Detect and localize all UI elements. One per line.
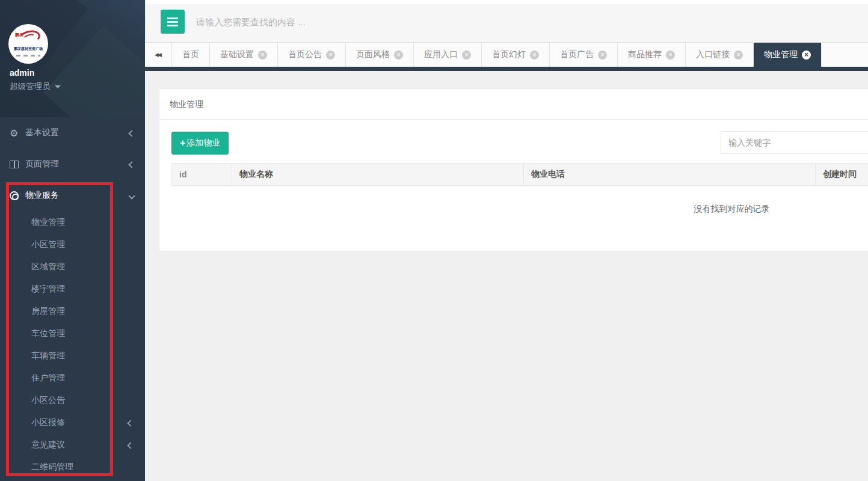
sidebar-subitem-feedback[interactable]: 意见建议 (0, 434, 145, 456)
active-tab-stripe (145, 67, 868, 71)
sidebar-item-basic-settings[interactable]: ⚙ 基本设置 (0, 117, 145, 149)
tab-label: 基础设置 (220, 49, 254, 60)
sidebar-subitem-building-management[interactable]: 楼宇管理 (0, 278, 145, 300)
keyword-search-input[interactable] (721, 131, 868, 154)
sidebar-subitem-community-notice[interactable]: 小区公告 (0, 389, 145, 411)
table-header-row: id 物业名称 物业电话 创建时间 (171, 163, 868, 186)
sidebar-submenu-property-service: 物业管理 小区管理 区域管理 楼宇管理 房屋管理 车位管理 车辆管理 住户管理 … (0, 211, 145, 478)
subitem-label: 区域管理 (31, 262, 65, 272)
tab-property-management[interactable]: 物业管理 (754, 43, 822, 67)
tab-label: 入口链接 (696, 49, 730, 60)
username: admin (10, 68, 34, 78)
panel-body: 添加物业 id 物业名称 物业电话 创建时间 没有找到对应的记录 (159, 120, 868, 252)
subitem-label: 小区公告 (31, 395, 65, 406)
company-logo: 鹏发 鹏发建材投资广场 (8, 24, 48, 64)
chevron-left-icon (129, 159, 134, 169)
tab-label: 页面风格 (356, 49, 390, 60)
subitem-label: 意见建议 (31, 440, 65, 450)
sidebar-item-page-management[interactable]: 页面管理 (0, 149, 145, 180)
gear-icon: ⚙ (10, 129, 25, 138)
life-ring-icon (10, 191, 25, 200)
sidebar-subitem-community-repair[interactable]: 小区报修 (0, 411, 145, 434)
tab-home[interactable]: 首页 (172, 43, 210, 67)
column-header-property-name[interactable]: 物业名称 (232, 164, 524, 185)
close-icon[interactable] (462, 51, 471, 60)
sidebar-menu: ⚙ 基本设置 页面管理 物业服务 物业管理 小区管理 区域管理 楼宇管理 房屋管… (0, 117, 145, 478)
add-property-button[interactable]: 添加物业 (171, 132, 229, 155)
close-icon[interactable] (802, 51, 811, 60)
column-header-property-phone[interactable]: 物业电话 (524, 164, 816, 185)
tab-page-style[interactable]: 页面风格 (346, 43, 414, 67)
tab-label: 首页公告 (288, 49, 322, 60)
tab-label: 应用入口 (424, 49, 458, 60)
sidebar-item-property-service[interactable]: 物业服务 (0, 180, 145, 211)
subitem-label: 物业管理 (31, 217, 65, 228)
logo-tagline-decoration (16, 55, 40, 57)
empty-table-message: 没有找到对应的记录 (171, 186, 868, 240)
add-property-label: 添加物业 (186, 138, 220, 149)
property-table: id 物业名称 物业电话 创建时间 没有找到对应的记录 (171, 163, 868, 240)
sidebar-item-label: 基本设置 (25, 127, 59, 138)
property-admin-app: { "sidebar": { "logo": { "brand_top": "鹏… (0, 0, 868, 481)
global-search-input[interactable] (196, 10, 569, 34)
tab-label: 商品推荐 (628, 49, 662, 60)
subitem-label: 车辆管理 (31, 351, 65, 361)
caret-down-icon (55, 85, 61, 88)
close-icon[interactable] (530, 51, 539, 60)
sidebar-subitem-region-management[interactable]: 区域管理 (0, 256, 145, 278)
topbar (145, 0, 868, 42)
sidebar-subitem-qrcode-management[interactable]: 二维码管理 (0, 456, 145, 478)
tab-homepage-ads[interactable]: 首页广告 (550, 43, 618, 67)
property-management-panel: 物业管理 添加物业 id 物业名称 物业电话 创建时间 没有找到对应的记录 (159, 88, 868, 251)
tab-label: 物业管理 (764, 49, 798, 60)
column-header-created-time[interactable]: 创建时间 (816, 164, 868, 185)
tab-bar: ◀◀ 首页 基础设置 首页公告 页面风格 应用入口 首页幻灯 首页广告 商品推荐… (145, 42, 868, 67)
column-header-id[interactable]: id (172, 164, 232, 185)
columns-icon (10, 161, 25, 168)
tab-app-entrance[interactable]: 应用入口 (414, 43, 482, 67)
main-content: 物业管理 添加物业 id 物业名称 物业电话 创建时间 没有找到对应的记录 (145, 71, 868, 481)
sidebar: 鹏发 鹏发建材投资广场 admin 超级管理员 ⚙ 基本设置 页面管理 物业服务… (0, 0, 145, 481)
close-icon[interactable] (666, 51, 675, 60)
hamburger-icon[interactable] (161, 10, 185, 34)
tab-homepage-notice[interactable]: 首页公告 (278, 43, 346, 67)
subitem-label: 住户管理 (31, 373, 65, 384)
sidebar-subitem-community-management[interactable]: 小区管理 (0, 233, 145, 256)
subitem-label: 小区报修 (31, 417, 65, 428)
tab-product-recommendation[interactable]: 商品推荐 (618, 43, 686, 67)
plus-icon (180, 138, 186, 148)
sidebar-subitem-house-management[interactable]: 房屋管理 (0, 300, 145, 322)
tab-entrance-links[interactable]: 入口链接 (686, 43, 754, 67)
tab-label: 首页 (182, 49, 199, 60)
sidebar-subitem-resident-management[interactable]: 住户管理 (0, 367, 145, 389)
logo-brand-name: 鹏发建材投资广场 (10, 46, 46, 51)
sidebar-subitem-vehicle-management[interactable]: 车辆管理 (0, 345, 145, 367)
user-role-dropdown[interactable]: 超级管理员 (10, 81, 61, 92)
chevron-left-icon (128, 418, 133, 427)
subitem-label: 楼宇管理 (31, 284, 65, 295)
subitem-label: 小区管理 (31, 239, 65, 250)
double-chevron-left-icon: ◀◀ (155, 52, 162, 58)
subitem-label: 房屋管理 (31, 306, 65, 317)
tab-label: 首页广告 (560, 49, 594, 60)
user-role-label: 超级管理员 (10, 82, 51, 91)
tab-basic-settings[interactable]: 基础设置 (210, 43, 278, 67)
chevron-left-icon (128, 440, 133, 450)
sidebar-item-label: 物业服务 (25, 190, 59, 201)
close-icon[interactable] (326, 51, 335, 60)
collapse-tabs-button[interactable]: ◀◀ (145, 43, 172, 67)
subitem-label: 二维码管理 (31, 462, 73, 473)
close-icon[interactable] (258, 51, 267, 60)
sidebar-profile-header: 鹏发 鹏发建材投资广场 admin 超级管理员 (0, 0, 145, 117)
chevron-left-icon (129, 128, 134, 138)
close-icon[interactable] (394, 51, 403, 60)
sidebar-subitem-parking-space-management[interactable]: 车位管理 (0, 322, 145, 345)
sidebar-item-label: 页面管理 (25, 159, 59, 170)
sidebar-subitem-property-management[interactable]: 物业管理 (0, 211, 145, 233)
panel-title: 物业管理 (159, 89, 868, 120)
close-icon[interactable] (734, 51, 743, 60)
tab-homepage-slideshow[interactable]: 首页幻灯 (482, 43, 550, 67)
chevron-down-icon (129, 191, 134, 200)
tab-label: 首页幻灯 (492, 49, 526, 60)
close-icon[interactable] (598, 51, 607, 60)
